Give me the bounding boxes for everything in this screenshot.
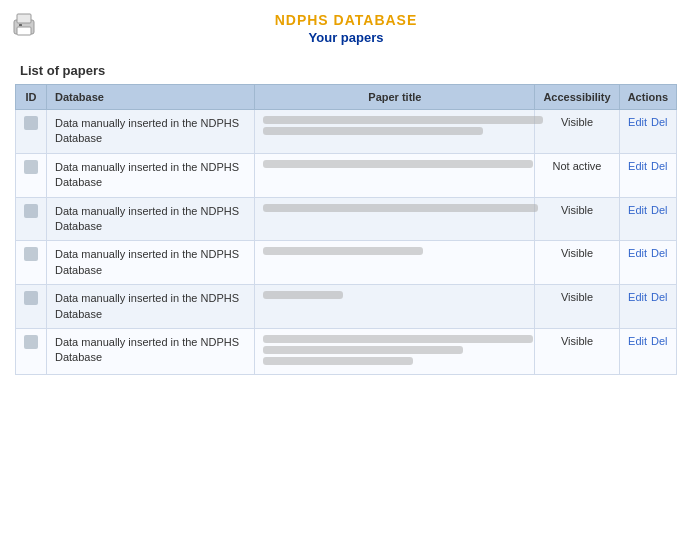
edit-link[interactable]: Edit — [628, 291, 647, 303]
papers-table: ID Database Paper title Accessibility Ac… — [15, 84, 677, 375]
row-id-cell — [16, 110, 47, 154]
del-link[interactable]: Del — [651, 116, 668, 128]
row-database: Data manually inserted in the NDPHS Data… — [47, 241, 255, 285]
row-actions: EditDel — [619, 241, 676, 285]
row-id-cell — [16, 241, 47, 285]
del-link[interactable]: Del — [651, 247, 668, 259]
row-paper-title — [255, 285, 535, 329]
row-accessibility: Visible — [535, 328, 619, 374]
row-database: Data manually inserted in the NDPHS Data… — [47, 153, 255, 197]
row-database: Data manually inserted in the NDPHS Data… — [47, 328, 255, 374]
row-actions: EditDel — [619, 197, 676, 241]
del-link[interactable]: Del — [651, 291, 668, 303]
col-id: ID — [16, 85, 47, 110]
col-paper-title: Paper title — [255, 85, 535, 110]
site-title: NDPHS DATABASE — [275, 12, 418, 28]
row-paper-title — [255, 241, 535, 285]
edit-link[interactable]: Edit — [628, 160, 647, 172]
row-id-icon — [24, 116, 38, 130]
row-database: Data manually inserted in the NDPHS Data… — [47, 110, 255, 154]
row-paper-title — [255, 110, 535, 154]
del-link[interactable]: Del — [651, 335, 668, 347]
row-id-cell — [16, 153, 47, 197]
row-paper-title — [255, 328, 535, 374]
svg-rect-2 — [17, 27, 31, 35]
edit-link[interactable]: Edit — [628, 204, 647, 216]
row-id-cell — [16, 197, 47, 241]
svg-rect-1 — [17, 14, 31, 23]
table-row: Data manually inserted in the NDPHS Data… — [16, 328, 677, 374]
list-section-title: List of papers — [20, 63, 692, 78]
row-database: Data manually inserted in the NDPHS Data… — [47, 285, 255, 329]
del-link[interactable]: Del — [651, 204, 668, 216]
col-actions: Actions — [619, 85, 676, 110]
row-id-icon — [24, 247, 38, 261]
row-id-icon — [24, 160, 38, 174]
row-actions: EditDel — [619, 328, 676, 374]
print-icon[interactable] — [10, 10, 38, 38]
row-accessibility: Visible — [535, 241, 619, 285]
row-paper-title — [255, 153, 535, 197]
col-database: Database — [47, 85, 255, 110]
table-row: Data manually inserted in the NDPHS Data… — [16, 110, 677, 154]
row-accessibility: Visible — [535, 197, 619, 241]
edit-link[interactable]: Edit — [628, 335, 647, 347]
row-id-icon — [24, 204, 38, 218]
table-row: Data manually inserted in the NDPHS Data… — [16, 197, 677, 241]
del-link[interactable]: Del — [651, 160, 668, 172]
row-id-cell — [16, 285, 47, 329]
row-accessibility: Visible — [535, 285, 619, 329]
page-subtitle: Your papers — [309, 30, 384, 45]
edit-link[interactable]: Edit — [628, 247, 647, 259]
edit-link[interactable]: Edit — [628, 116, 647, 128]
row-accessibility: Not active — [535, 153, 619, 197]
row-id-cell — [16, 328, 47, 374]
row-actions: EditDel — [619, 285, 676, 329]
row-accessibility: Visible — [535, 110, 619, 154]
row-id-icon — [24, 291, 38, 305]
svg-rect-3 — [19, 24, 22, 26]
table-header-row: ID Database Paper title Accessibility Ac… — [16, 85, 677, 110]
row-actions: EditDel — [619, 153, 676, 197]
row-actions: EditDel — [619, 110, 676, 154]
row-id-icon — [24, 335, 38, 349]
row-database: Data manually inserted in the NDPHS Data… — [47, 197, 255, 241]
table-row: Data manually inserted in the NDPHS Data… — [16, 241, 677, 285]
top-bar: NDPHS DATABASE Your papers — [0, 0, 692, 53]
table-row: Data manually inserted in the NDPHS Data… — [16, 285, 677, 329]
table-row: Data manually inserted in the NDPHS Data… — [16, 153, 677, 197]
col-accessibility: Accessibility — [535, 85, 619, 110]
row-paper-title — [255, 197, 535, 241]
